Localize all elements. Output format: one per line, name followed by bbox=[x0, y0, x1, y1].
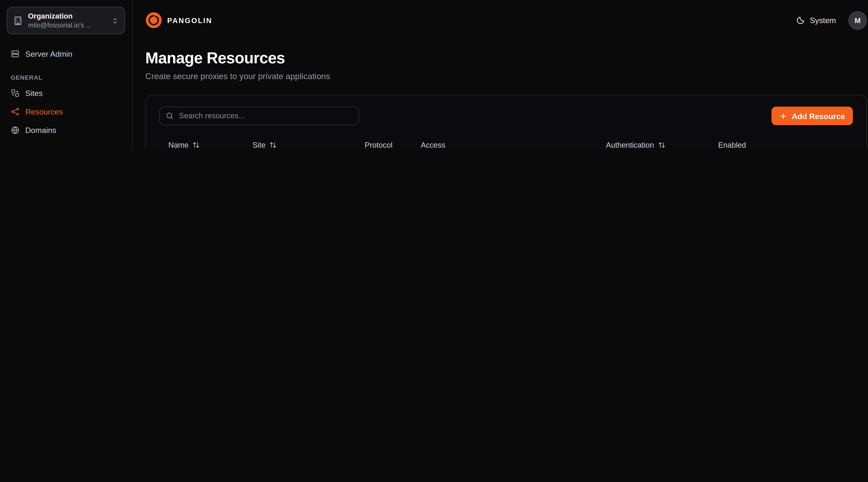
brand-name: PANGOLIN bbox=[167, 16, 212, 25]
org-switcher[interactable]: Organization milo@fossorial.io's ... bbox=[7, 7, 125, 34]
sites-icon bbox=[10, 88, 20, 97]
resources-card: Add Resource Name Site bbox=[145, 95, 867, 149]
org-label: Organization bbox=[28, 11, 106, 21]
sidebar-item-label: Sites bbox=[25, 88, 43, 97]
col-authentication: Authentication bbox=[597, 141, 709, 149]
chevrons-up-down-icon bbox=[111, 17, 119, 24]
col-name-label: Name bbox=[168, 141, 189, 149]
sort-icon bbox=[192, 141, 200, 149]
brand: PANGOLIN bbox=[145, 12, 212, 29]
col-site-label: Site bbox=[252, 141, 266, 149]
card-toolbar: Add Resource bbox=[159, 106, 853, 125]
col-protocol: Protocol bbox=[356, 141, 412, 149]
app-window: Organization milo@fossorial.io's ... Ser… bbox=[0, 0, 868, 149]
col-name: Name bbox=[159, 141, 244, 149]
sidebar: Organization milo@fossorial.io's ... Ser… bbox=[0, 0, 132, 149]
sidebar-item-domains[interactable]: Domains bbox=[7, 121, 125, 139]
search-icon bbox=[165, 112, 174, 120]
sidebar-item-server-admin[interactable]: Server Admin bbox=[7, 44, 125, 63]
topbar-right: System M bbox=[796, 11, 867, 30]
theme-label: System bbox=[810, 16, 836, 25]
page-head: Manage Resources Create secure proxies t… bbox=[145, 50, 867, 81]
section-label-access-control: ACCESS CONTROL bbox=[10, 149, 121, 149]
col-authentication-label: Authentication bbox=[606, 141, 654, 149]
moon-icon bbox=[796, 16, 805, 25]
add-resource-label: Add Resource bbox=[792, 111, 845, 120]
sidebar-item-sites[interactable]: Sites bbox=[7, 84, 125, 102]
sidebar-item-label: Server Admin bbox=[25, 49, 72, 58]
globe-icon bbox=[10, 125, 20, 134]
org-text: Organization milo@fossorial.io's ... bbox=[28, 11, 106, 30]
server-icon bbox=[10, 49, 20, 58]
page-title: Manage Resources bbox=[145, 50, 867, 67]
main-area: PANGOLIN System M Manage Resources Creat… bbox=[132, 0, 868, 149]
search-input[interactable] bbox=[159, 106, 359, 125]
resources-table: Name Site Protocol Access bbox=[159, 134, 853, 149]
sidebar-item-resources[interactable]: Resources bbox=[7, 102, 125, 121]
search-box bbox=[159, 106, 359, 125]
add-resource-button[interactable]: Add Resource bbox=[772, 106, 853, 125]
col-access: Access bbox=[412, 141, 597, 149]
topbar: PANGOLIN System M bbox=[145, 0, 867, 40]
section-label-general: GENERAL bbox=[10, 74, 121, 81]
sidebar-nav: Server Admin GENERAL Sites Resources Dom… bbox=[7, 44, 125, 149]
col-access-label: Access bbox=[421, 141, 445, 149]
plus-icon bbox=[779, 112, 787, 120]
col-protocol-label: Protocol bbox=[365, 141, 393, 149]
col-enabled: Enabled bbox=[709, 141, 779, 149]
avatar[interactable]: M bbox=[848, 11, 867, 30]
col-site: Site bbox=[244, 141, 356, 149]
building-icon bbox=[13, 15, 23, 26]
table-header: Name Site Protocol Access bbox=[159, 134, 853, 149]
avatar-initial: M bbox=[855, 16, 861, 25]
sidebar-item-label: Resources bbox=[25, 107, 63, 116]
pangolin-logo-icon bbox=[145, 12, 162, 29]
sidebar-item-label: Domains bbox=[25, 125, 56, 134]
theme-toggle-button[interactable]: System bbox=[796, 16, 836, 25]
col-enabled-label: Enabled bbox=[718, 141, 746, 149]
sort-icon bbox=[270, 141, 277, 149]
sort-authentication-button[interactable]: Authentication bbox=[606, 141, 665, 149]
org-value: milo@fossorial.io's ... bbox=[28, 21, 106, 30]
sort-icon bbox=[658, 141, 665, 149]
sort-name-button[interactable]: Name bbox=[168, 141, 200, 149]
page-subtitle: Create secure proxies to your private ap… bbox=[145, 71, 867, 81]
sort-site-button[interactable]: Site bbox=[252, 141, 277, 149]
resources-icon bbox=[10, 107, 20, 116]
